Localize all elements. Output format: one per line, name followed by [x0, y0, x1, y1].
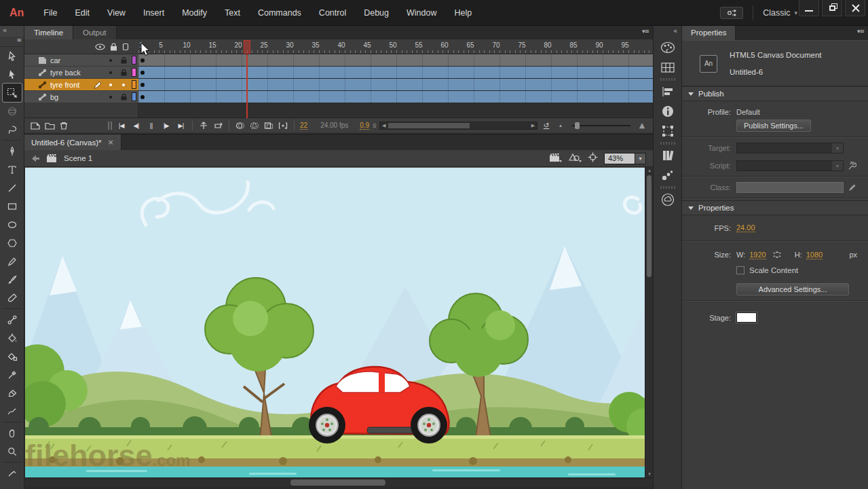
properties-section-header[interactable]: Properties	[682, 200, 868, 215]
timeline-zoom-out-icon[interactable]: ▴	[555, 120, 566, 132]
stage-color-swatch[interactable]	[736, 312, 757, 323]
free-transform-tool[interactable]	[3, 84, 22, 102]
zoom-slider-handle[interactable]	[575, 122, 580, 129]
timeline-zoom-in-icon[interactable]: ▲	[637, 120, 647, 132]
center-stage-icon[interactable]	[588, 152, 598, 164]
menu-view[interactable]: View	[98, 0, 134, 26]
expand-panels-icon[interactable]: «	[654, 26, 681, 37]
subselection-tool[interactable]	[3, 65, 22, 84]
rectangle-tool[interactable]	[3, 197, 22, 215]
close-button[interactable]	[845, 0, 865, 16]
creative-cloud-panel-icon[interactable]	[659, 191, 677, 209]
panel-grip[interactable]	[660, 142, 675, 145]
transform-panel-icon[interactable]	[659, 122, 677, 140]
current-frame-field[interactable]: 22	[300, 122, 307, 130]
publish-settings-button[interactable]: Publish Settings...	[736, 120, 811, 132]
paint-bucket-tool[interactable]	[3, 329, 22, 347]
paint-brush-tool[interactable]	[3, 270, 22, 289]
close-tab-icon[interactable]: ×	[108, 138, 114, 147]
new-layer-button[interactable]	[30, 120, 41, 132]
bone-tool[interactable]	[3, 310, 22, 329]
edit-scene-button[interactable]	[549, 152, 562, 164]
height-value[interactable]: 1080	[806, 251, 823, 259]
layer-visibility-cell[interactable]	[106, 96, 115, 98]
edit-multiple-frames-button[interactable]	[263, 120, 274, 132]
layer-visibility-cell[interactable]	[106, 71, 115, 74]
library-panel-icon[interactable]	[659, 147, 677, 164]
script-dropdown[interactable]: ▾	[736, 160, 844, 171]
tab-output[interactable]: Output	[73, 26, 117, 39]
tab-properties[interactable]: Properties	[682, 26, 736, 40]
onion-skin-button[interactable]	[235, 120, 246, 132]
scroll-right-icon[interactable]: ▶	[529, 123, 537, 128]
back-arrow-icon[interactable]	[31, 155, 40, 162]
tab-timeline[interactable]: Timeline	[24, 26, 73, 39]
advanced-settings-button[interactable]: Advanced Settings...	[736, 283, 849, 295]
panel-grip[interactable]	[660, 78, 675, 81]
properties-panel-menu-icon[interactable]: ▾≡	[857, 28, 864, 35]
modify-markers-button[interactable]	[278, 120, 288, 132]
layer-lock-cell[interactable]	[119, 94, 128, 101]
timeline-panel-menu-icon[interactable]: ▾≡	[642, 28, 649, 35]
frame-track[interactable]	[138, 54, 653, 67]
document-tab[interactable]: Untitled-6 (Canvas)* ×	[24, 134, 121, 150]
workspace-icon[interactable]	[720, 7, 743, 19]
zoom-dropdown-icon[interactable]: ▾	[635, 153, 646, 164]
hand-tool[interactable]	[3, 424, 22, 442]
loop-button[interactable]	[212, 120, 223, 132]
stroke-color-tool[interactable]	[3, 464, 22, 482]
menu-text[interactable]: Text	[216, 0, 249, 26]
line-tool[interactable]	[3, 179, 22, 197]
layer-outline-swatch[interactable]	[132, 68, 136, 77]
layer-row-car[interactable]: car	[24, 54, 653, 67]
menu-insert[interactable]: Insert	[134, 0, 173, 26]
menu-debug[interactable]: Debug	[355, 0, 398, 26]
step-forward-button[interactable]: |▶	[160, 122, 172, 129]
link-broken-icon[interactable]	[772, 250, 782, 259]
timeline-scrollbar[interactable]: ◀ ▶	[379, 122, 537, 130]
menu-help[interactable]: Help	[445, 0, 480, 26]
layer-row-tyre-back[interactable]: tyre back	[24, 67, 653, 79]
ink-bottle-tool[interactable]	[3, 347, 22, 365]
publish-section-header[interactable]: Publish	[682, 86, 868, 101]
go-first-frame-button[interactable]: |◀	[115, 122, 127, 129]
timeline-zoom-slider[interactable]	[572, 125, 630, 126]
horizontal-scrollbar[interactable]	[24, 477, 653, 486]
elapsed-time-value[interactable]: 0.9	[360, 122, 369, 130]
info-panel-icon[interactable]	[659, 103, 677, 120]
eraser-tool[interactable]	[3, 384, 22, 402]
oval-tool[interactable]	[3, 215, 22, 234]
width-tool[interactable]	[3, 402, 22, 420]
zoom-level-field[interactable]: 43%	[604, 153, 635, 164]
frame-ruler[interactable]: 1 5 10 15 20 25 30 35 40 45 50 55 60 65 …	[138, 39, 653, 54]
center-frame-button[interactable]	[198, 120, 209, 132]
onion-skin-outlines-button[interactable]	[249, 120, 260, 132]
menu-commands[interactable]: Commands	[249, 0, 310, 26]
step-back-button[interactable]: ◀|	[130, 122, 142, 129]
controls-grip[interactable]	[108, 122, 112, 130]
eyedropper-tool[interactable]	[3, 365, 22, 384]
3d-rotation-tool[interactable]	[3, 102, 22, 120]
frame-track[interactable]	[138, 67, 653, 79]
scene-breadcrumb[interactable]: Scene 1	[64, 154, 92, 162]
layer-row-tyre-front[interactable]: tyre front	[24, 79, 653, 91]
reset-timeline-zoom-button[interactable]: ↺	[541, 120, 552, 132]
horizontal-scroll-thumb[interactable]	[290, 479, 385, 486]
delete-layer-button[interactable]	[58, 120, 69, 132]
frame-track[interactable]	[138, 91, 653, 103]
minimize-button[interactable]	[799, 0, 819, 16]
selection-tool[interactable]	[3, 47, 22, 65]
class-pencil-icon[interactable]	[848, 183, 856, 192]
layer-lock-cell[interactable]	[119, 69, 128, 76]
script-wrench-icon[interactable]	[848, 162, 856, 170]
collapse-tools-icon[interactable]: «	[0, 26, 24, 37]
frame-track[interactable]	[138, 79, 653, 91]
text-tool[interactable]	[3, 160, 22, 179]
align-panel-icon[interactable]	[659, 83, 677, 101]
width-value[interactable]: 1920	[749, 251, 766, 259]
layer-outline-swatch[interactable]	[132, 56, 136, 65]
workspace-switcher[interactable]: Classic	[763, 8, 790, 18]
lasso-tool[interactable]	[3, 120, 22, 139]
menu-file[interactable]: File	[35, 0, 66, 26]
tools-panel-menu-icon[interactable]: ≡	[0, 37, 24, 47]
